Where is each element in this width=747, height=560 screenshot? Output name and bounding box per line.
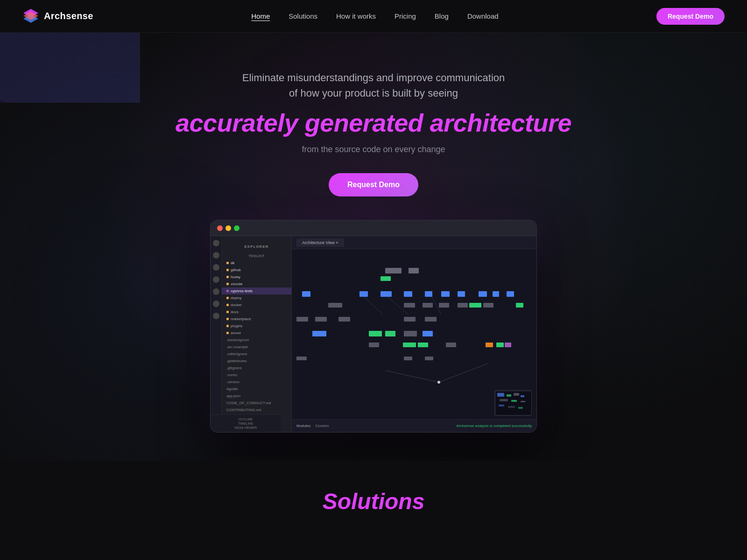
svg-rect-40: [403, 343, 416, 347]
sidebar-outline: OUTLINE: [222, 418, 276, 421]
sidebar-item-nvmrc: .nvmrc: [222, 371, 291, 378]
svg-rect-15: [425, 291, 432, 297]
svg-rect-49: [296, 357, 307, 360]
svg-rect-58: [514, 393, 519, 396]
svg-rect-42: [446, 343, 456, 347]
svg-rect-33: [425, 317, 437, 322]
sidebar-section-label: EXPLORER: [222, 243, 291, 251]
svg-rect-16: [441, 291, 450, 297]
svg-rect-65: [518, 407, 523, 409]
svg-rect-64: [508, 406, 515, 408]
sidebar-item-husky: husky: [222, 273, 291, 280]
sidebar-item-deploy: deploy: [222, 294, 291, 301]
nav-links: Home Solutions How it works Pricing Blog…: [251, 12, 498, 21]
svg-rect-12: [359, 291, 368, 297]
svg-rect-22: [404, 303, 415, 308]
svg-rect-29: [296, 317, 308, 322]
close-dot: [217, 225, 223, 231]
sidebar-item-appjson: app.json: [222, 392, 291, 399]
svg-rect-21: [328, 303, 342, 308]
rail-icon-3: [213, 264, 219, 271]
svg-rect-14: [404, 291, 412, 297]
architecture-canvas: Architecture View ×: [292, 236, 536, 432]
svg-rect-24: [439, 303, 449, 308]
status-message: Archsense analysis is completed successf…: [457, 424, 532, 428]
nav-download[interactable]: Download: [467, 12, 499, 20]
arch-diagram: [292, 249, 536, 432]
hero-desc: from the source code on every change: [19, 145, 728, 154]
svg-rect-35: [385, 331, 395, 336]
toolkit-section-label: TOOLKIT: [222, 252, 291, 259]
svg-rect-34: [369, 331, 382, 336]
svg-rect-10: [381, 276, 391, 281]
left-icon-rail: [211, 236, 222, 432]
sidebar-item-editorignore: .editorignore: [222, 350, 291, 357]
svg-rect-51: [425, 357, 433, 360]
hero-title: accurately generated architecture: [19, 108, 728, 137]
sidebar-item-arcexample: .arc-example: [222, 343, 291, 350]
svg-rect-31: [338, 317, 350, 322]
sidebar-item-vscode: vscode: [222, 280, 291, 287]
sidebar-item-docker: docker: [222, 301, 291, 308]
svg-rect-26: [483, 303, 493, 308]
svg-rect-27: [516, 303, 523, 308]
svg-rect-17: [458, 291, 465, 297]
minimap: [494, 390, 532, 416]
svg-rect-11: [302, 291, 310, 297]
sidebar-item-github: github: [222, 266, 291, 273]
svg-rect-57: [507, 394, 511, 397]
logo-link[interactable]: Archsense: [22, 8, 93, 25]
architecture-tab: Architecture View ×: [296, 238, 344, 247]
sidebar-item-server: server: [222, 329, 291, 336]
rail-icon-2: [213, 252, 219, 259]
svg-rect-9: [409, 268, 419, 273]
svg-rect-43: [486, 343, 493, 347]
sidebar-item-plugins: plugins: [222, 322, 291, 329]
nav-pricing[interactable]: Pricing: [395, 12, 416, 20]
rail-icon-5: [213, 288, 219, 295]
titlebar: [211, 220, 536, 236]
svg-rect-60: [500, 399, 508, 401]
sidebar-item-gitignore: .gitignore: [222, 364, 291, 371]
sidebar-item-cypress: cypress-tests: [222, 287, 291, 294]
hero-section: Eliminate misunderstandings and improve …: [0, 33, 747, 461]
request-demo-nav-button[interactable]: Request Demo: [656, 8, 725, 25]
svg-rect-28: [469, 303, 481, 308]
svg-rect-45: [505, 343, 511, 347]
hero-content: Eliminate misunderstandings and improve …: [19, 70, 728, 196]
svg-rect-56: [497, 393, 504, 397]
nav-solutions[interactable]: Solutions: [289, 12, 317, 20]
svg-rect-23: [423, 303, 433, 308]
nav-how-it-works[interactable]: How it works: [336, 12, 376, 20]
svg-rect-13: [381, 291, 392, 297]
file-explorer-sidebar: EXPLORER TOOLKIT dk github husky vscode …: [222, 236, 292, 432]
nav-home[interactable]: Home: [251, 12, 270, 20]
solutions-section: Solutions: [0, 461, 747, 533]
logo-text: Archsense: [44, 11, 93, 21]
svg-rect-61: [511, 400, 517, 402]
bottom-clusters-label: Clusters: [315, 424, 329, 428]
hero-subtitle: Eliminate misunderstandings and improve …: [196, 70, 551, 101]
svg-rect-39: [369, 343, 379, 347]
svg-rect-37: [312, 331, 326, 336]
svg-rect-50: [404, 357, 412, 360]
request-demo-hero-button[interactable]: Request Demo: [329, 173, 418, 196]
maximize-dot: [234, 225, 240, 231]
sidebar-timeline: TIMELINE: [222, 422, 276, 425]
svg-rect-25: [458, 303, 468, 308]
sidebar-item-coc: CODE_OF_CONDUCT.md: [222, 399, 291, 406]
sidebar-item-marketplace: marketplace: [222, 315, 291, 322]
minimize-dot: [226, 225, 231, 231]
svg-rect-63: [499, 405, 504, 406]
nav-blog[interactable]: Blog: [435, 12, 449, 20]
canvas-topbar: Architecture View ×: [292, 236, 536, 249]
logo-icon: [22, 8, 39, 25]
sidebar-item-agofile: Agofile: [222, 385, 291, 392]
svg-rect-36: [404, 331, 417, 336]
app-screenshot: EXPLORER TOOLKIT dk github husky vscode …: [210, 220, 537, 433]
svg-rect-41: [418, 343, 428, 347]
sidebar-item-docs: docs: [222, 308, 291, 315]
svg-rect-62: [521, 401, 525, 402]
svg-rect-44: [496, 343, 504, 347]
solutions-title: Solutions: [19, 489, 728, 514]
